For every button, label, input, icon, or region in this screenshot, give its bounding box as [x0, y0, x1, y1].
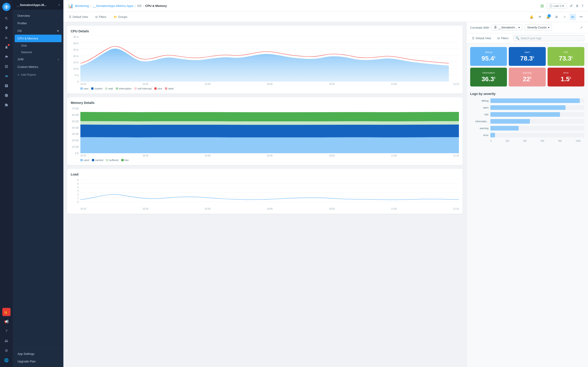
expand-icon[interactable]: ⤢ [561, 14, 568, 20]
sidebar-item-custom-metrics[interactable]: Custom Metrics [13, 63, 63, 71]
load-x-labels: 10:10 10:20 10:30 10:40 10:50 11:00 11:1… [80, 208, 459, 210]
external-link-icon[interactable]: ↗ [578, 24, 584, 31]
email-icon[interactable]: ✉ [536, 14, 543, 20]
topbar-actions: ⊞ 🕐 Last 1 hr ↺ ⏸ ? [540, 3, 583, 9]
load-chart-container: 6 5 4 3 2 1 0 [71, 179, 459, 210]
memory-chart-svg [80, 107, 459, 153]
correlate-bar: Correlate With 🗄 __SematextA... ▾ Severi… [467, 22, 588, 33]
sidebar-item-cpu-memory[interactable]: CPU & Memory [15, 35, 61, 42]
severity-card-warn[interactable]: warn 78.3k [509, 47, 545, 66]
bar-row-info: info [470, 112, 584, 117]
svg-point-7 [5, 8, 6, 9]
integration-nav-icon[interactable] [2, 91, 10, 100]
correlate-metric-type: Severity Counts [527, 26, 547, 29]
table-nav-icon[interactable] [2, 62, 10, 71]
severity-debug-label: debug [485, 51, 492, 53]
grid-icon[interactable]: ⊞ [540, 3, 544, 8]
sidebar-item-network[interactable]: Network [13, 49, 63, 56]
users-nav-icon[interactable] [2, 337, 10, 345]
cpu-chart-container: 35 % 30 % 25 % 20 % 15 % 10 % 5 % 0 [71, 36, 459, 90]
sidebar-item-jvm[interactable]: JVM › [13, 56, 63, 63]
sidebar-item-profiler[interactable]: Profiler [13, 19, 63, 27]
search-nav-icon[interactable] [2, 14, 10, 23]
severity-warning-value: 22k [523, 75, 531, 83]
globe-nav-icon[interactable]: 🌐 [2, 356, 10, 364]
legend-free: free [121, 159, 129, 161]
severity-card-debug[interactable]: debug 95.4k [470, 47, 507, 66]
monitoring-nav-icon[interactable] [2, 72, 10, 80]
severity-card-information[interactable]: information 36.3k [470, 68, 507, 86]
help-nav-icon[interactable]: ? [2, 327, 10, 335]
correlate-app-selector[interactable]: 🗄 __SematextA... ▾ [492, 25, 522, 31]
filter-icon: ⊟ [498, 37, 500, 40]
help-circle-icon[interactable]: ? [582, 4, 583, 8]
svg-point-2 [6, 8, 7, 9]
puzzle-nav-icon[interactable] [2, 101, 10, 109]
more-icon[interactable]: ••• [578, 14, 584, 20]
sidebar-add-report[interactable]: + Add Report [13, 71, 63, 79]
layout-icon[interactable] [570, 14, 576, 20]
app-logo[interactable] [2, 3, 10, 11]
logs-by-severity-title: Logs by severity [467, 90, 588, 97]
refresh-icon[interactable]: ↺ [570, 4, 573, 8]
breadcrumb: Monitoring › __SematextApps.Metrics.Apps… [75, 4, 539, 8]
svg-point-5 [5, 5, 6, 6]
sidebar-item-os[interactable]: OS ▾ [13, 27, 63, 35]
chevron-down-icon: ▾ [519, 26, 520, 29]
bar-row-error: error [470, 133, 584, 137]
breadcrumb-monitoring[interactable]: Monitoring [75, 4, 89, 8]
clock-icon: 🕐 [549, 4, 553, 8]
legend-used: used [80, 159, 89, 161]
bar-fill-information [490, 119, 530, 124]
sidebar-upgrade-plan[interactable]: Upgrade Plan [13, 358, 63, 365]
legend-system: system [91, 87, 103, 90]
severity-card-info[interactable]: info 73.3k [548, 47, 584, 66]
logs-default-view-label: Default View [476, 37, 491, 40]
main-content: 📊 Monitoring › __SematextApps.Metrics.Ap… [63, 0, 588, 367]
flag-nav-icon[interactable] [2, 53, 10, 61]
severity-card-error[interactable]: error 1.5k [548, 68, 584, 86]
breadcrumb-app[interactable]: __SematextApps.Metrics.Apps [93, 4, 133, 8]
bar-row-warning: warning [470, 126, 584, 131]
gift-nav-icon[interactable]: 🎁 [2, 308, 10, 316]
correlate-metric-selector[interactable]: Severity Counts ▾ [525, 25, 552, 31]
default-view-btn[interactable]: ☰ Default View [67, 15, 90, 19]
app-selector[interactable]: __SematextApps.M... ▾ [13, 0, 63, 10]
load-chart-title: Load [71, 173, 459, 176]
legend-interruption: interruption [116, 87, 132, 90]
rocket-nav-icon[interactable] [2, 24, 10, 32]
pause-icon[interactable]: ⏸ [575, 4, 579, 8]
report-nav-icon[interactable] [2, 82, 10, 90]
logs-search-input[interactable]: 🔍 Search your logs [513, 35, 584, 41]
load-chart-area [80, 179, 459, 207]
bell-icon[interactable]: 🔔 [528, 14, 535, 20]
logs-default-view-btn[interactable]: ☰ Default View [470, 36, 493, 41]
chart-nav-icon[interactable] [2, 33, 10, 42]
sidebar-item-overview[interactable]: Overview [13, 12, 63, 19]
filters-btn[interactable]: ⊟ Filters [94, 15, 108, 19]
add-icon: + [17, 73, 19, 77]
correlate-label: Correlate With [470, 26, 489, 29]
cpu-chart-svg [80, 36, 459, 82]
cpu-chart-area [80, 36, 459, 82]
desktop-icon[interactable]: 🖥 [553, 14, 560, 20]
search-placeholder: Search your logs [521, 37, 541, 40]
logs-filters-btn[interactable]: ⊟ Filters [496, 36, 510, 41]
groups-btn[interactable]: 📁 Groups [112, 15, 129, 19]
load-chart-card: Load 6 5 4 3 2 1 0 [67, 169, 463, 214]
megaphone-nav-icon[interactable]: 📢 [2, 317, 10, 326]
breadcrumb-os: OS [137, 4, 141, 8]
sidebar-app-settings[interactable]: App Settings [13, 350, 63, 358]
settings-nav-icon[interactable]: ⚙ [2, 346, 10, 355]
bar-track-warning [490, 126, 584, 131]
cpu-memory-label: CPU & Memory [17, 37, 38, 40]
bar-fill-info [490, 112, 560, 117]
sidebar-item-disk[interactable]: Disk [13, 42, 63, 49]
time-range-selector[interactable]: 🕐 Last 1 hr [547, 3, 567, 9]
severity-card-warning[interactable]: warning 22k [509, 68, 545, 86]
bar-track-error [490, 133, 584, 137]
bar-x-axis: 0 20k 40k 60k 80k 100k [490, 140, 581, 144]
bar-fill-debug [490, 98, 580, 103]
notification-with-badge[interactable]: 🔔1 [545, 14, 551, 20]
alert-nav-icon[interactable] [2, 43, 10, 51]
